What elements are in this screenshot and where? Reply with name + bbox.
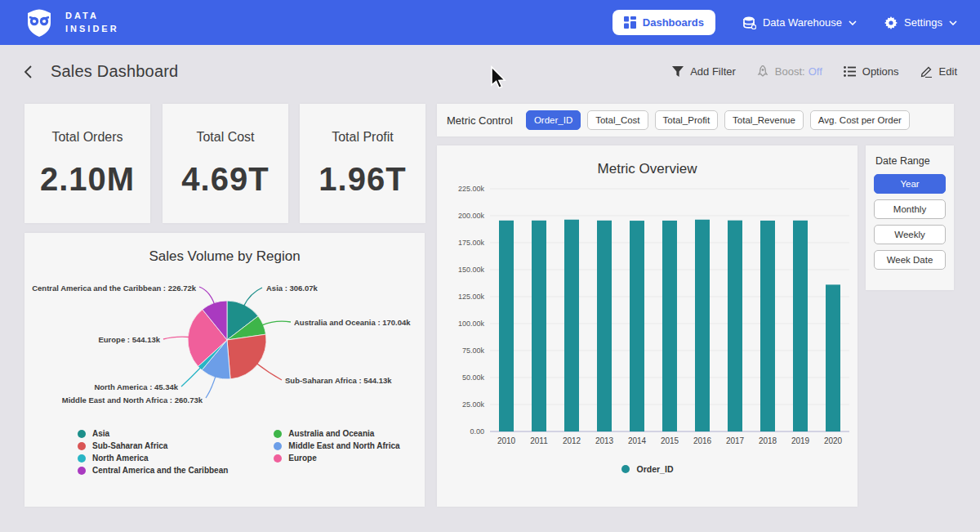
legend-item-sub-saharan-africa[interactable]: Sub-Saharan Africa	[78, 441, 228, 450]
edit-button[interactable]: Edit	[920, 65, 957, 78]
legend-label: North America	[92, 454, 149, 463]
metric-control-label: Metric Control	[447, 114, 513, 127]
options-label: Options	[862, 65, 899, 78]
bar-2017[interactable]	[728, 221, 742, 431]
date-range-weekly-button[interactable]: Weekly	[874, 225, 946, 244]
top-nav-menu: Dashboards Data Warehouse Settings	[612, 10, 957, 35]
pie-chart-card: Sales Volume by Region Asia : 306.07kAus…	[24, 233, 425, 507]
legend-label: Middle East and North Africa	[288, 441, 399, 450]
legend-label: Sub-Saharan Africa	[92, 441, 167, 450]
kpi-card-total-cost: Total Cost 4.69T	[163, 104, 288, 223]
boost-value: Off	[808, 65, 822, 78]
kpi-value: 2.10M	[40, 161, 135, 198]
bar-2011[interactable]	[532, 221, 546, 431]
owl-logo-icon	[23, 7, 56, 39]
options-button[interactable]: Options	[844, 65, 899, 78]
x-tick-label: 2020	[824, 436, 843, 445]
bar-2012[interactable]	[564, 220, 579, 431]
bar-2018[interactable]	[760, 221, 775, 431]
legend-item-middle-east-north-africa[interactable]: Middle East and North Africa	[274, 441, 399, 450]
edit-label: Edit	[939, 65, 957, 78]
boost-label: Boost:	[775, 65, 805, 78]
bar-chart-legend[interactable]: Order_ID	[437, 464, 858, 474]
top-navbar: DATA INSIDER Dashboards Data Warehouse	[0, 0, 980, 45]
bar-2020[interactable]	[826, 284, 840, 431]
pie-callout-label: Europe : 544.13k	[98, 335, 160, 344]
add-filter-button[interactable]: Add Filter	[672, 65, 736, 78]
pie-callout-label: Middle East and North Africa : 260.73k	[62, 396, 203, 405]
brand-line-1: DATA	[65, 10, 119, 23]
boost-toggle[interactable]: Boost: Off	[757, 65, 822, 78]
brand: DATA INSIDER	[23, 7, 119, 39]
legend-item-australia-oceania[interactable]: Australia and Oceania	[274, 429, 399, 438]
back-icon[interactable]	[23, 65, 33, 79]
y-tick-label: 100.00k	[458, 320, 485, 328]
metric-button-total-cost[interactable]: Total_Cost	[587, 110, 648, 130]
edit-pencil-icon	[920, 65, 933, 78]
kpi-label: Total Orders	[51, 130, 122, 145]
legend-dot	[621, 465, 630, 473]
bar-2019[interactable]	[793, 221, 808, 431]
nav-settings-menu[interactable]: Settings	[884, 16, 957, 29]
pie-callout-label: North America : 45.34k	[94, 382, 178, 391]
legend-label: Australia and Oceania	[288, 429, 374, 438]
metric-control-bar: Metric Control Order_ID Total_Cost Total…	[437, 104, 954, 136]
bar-2010[interactable]	[499, 221, 514, 431]
y-tick-label: 25.00k	[462, 400, 485, 409]
pie-callout-line	[181, 367, 201, 387]
boost-icon	[757, 65, 768, 78]
page-title: Sales Dashboard	[51, 62, 178, 81]
legend-dot	[274, 430, 282, 438]
page-header: Sales Dashboard Add Filter Boost: Off Op…	[0, 45, 980, 98]
pie-chart-title: Sales Volume by Region	[24, 233, 425, 265]
pie-legend: Asia Sub-Saharan Africa North America Ce…	[24, 429, 425, 475]
brand-line-2: INSIDER	[65, 23, 119, 36]
metric-button-total-revenue[interactable]: Total_Revenue	[724, 110, 804, 130]
bar-2013[interactable]	[597, 221, 612, 431]
pie-slice-2[interactable]	[227, 334, 266, 379]
x-tick-label: 2012	[563, 436, 581, 445]
y-tick-label: 50.00k	[462, 373, 485, 382]
date-range-title: Date Range	[875, 155, 946, 167]
x-tick-label: 2017	[726, 436, 745, 445]
nav-dashboards-button[interactable]: Dashboards	[612, 10, 715, 35]
x-tick-label: 2019	[791, 436, 810, 445]
legend-item-europe[interactable]: Europe	[274, 454, 399, 463]
nav-dashboards-label: Dashboards	[643, 16, 704, 29]
nav-settings-label: Settings	[904, 16, 942, 29]
pie-callout-line	[256, 364, 282, 380]
chevron-down-icon	[949, 20, 957, 25]
pie-callout-line	[199, 287, 215, 305]
legend-item-north-america[interactable]: North America	[78, 454, 228, 463]
pie-callout-label: Australia and Oceania : 170.04k	[294, 318, 411, 327]
legend-label: Central America and the Caribbean	[92, 466, 228, 475]
metric-button-avg-cost-per-order[interactable]: Avg. Cost per Order	[810, 110, 910, 130]
nav-data-warehouse-menu[interactable]: Data Warehouse	[743, 16, 857, 29]
metric-button-order-id[interactable]: Order_ID	[526, 110, 581, 130]
add-filter-label: Add Filter	[690, 65, 736, 78]
x-tick-label: 2018	[759, 436, 777, 445]
kpi-value: 1.96T	[318, 161, 406, 198]
legend-dot	[78, 454, 86, 463]
x-tick-label: 2015	[661, 436, 679, 445]
legend-item-asia[interactable]: Asia	[78, 429, 228, 438]
database-icon	[743, 16, 756, 29]
y-tick-label: 75.00k	[462, 346, 485, 355]
pie-callout-label: Sub-Saharan Africa : 544.13k	[285, 376, 392, 385]
x-tick-label: 2010	[497, 436, 516, 445]
y-tick-label: 150.00k	[458, 266, 485, 274]
kpi-value: 4.69T	[181, 161, 269, 198]
date-range-year-button[interactable]: Year	[874, 174, 946, 194]
bar-2015[interactable]	[662, 221, 677, 431]
x-tick-label: 2014	[628, 436, 647, 445]
bar-2014[interactable]	[630, 221, 644, 431]
gear-icon	[884, 16, 898, 29]
kpi-card-total-orders: Total Orders 2.10M	[24, 104, 150, 223]
date-range-week-date-button[interactable]: Week Date	[874, 250, 946, 270]
bar-2016[interactable]	[695, 220, 710, 431]
date-range-monthly-button[interactable]: Monthly	[874, 199, 946, 219]
legend-item-central-america[interactable]: Central America and the Caribbean	[78, 466, 228, 475]
y-tick-label: 200.00k	[458, 212, 485, 220]
pie-chart-svg: Asia : 306.07kAustralia and Oceania : 17…	[24, 265, 425, 427]
metric-button-total-profit[interactable]: Total_Profit	[655, 110, 719, 130]
